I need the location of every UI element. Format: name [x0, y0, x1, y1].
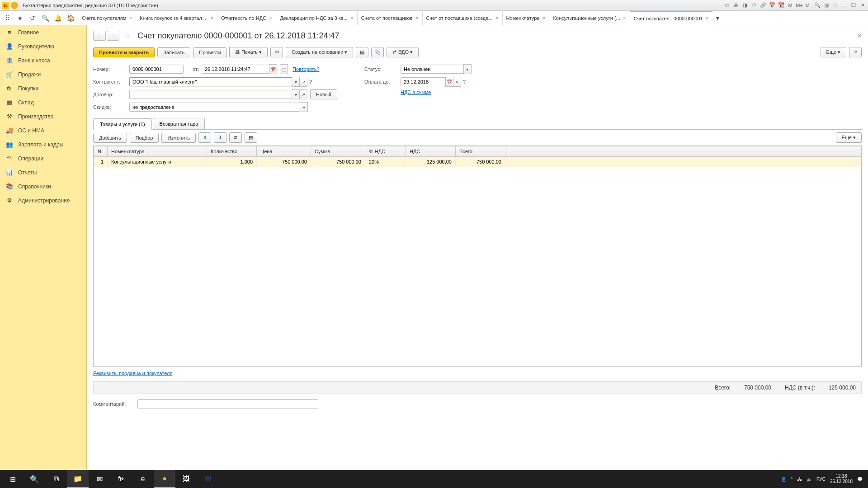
mail-button[interactable]: ✉	[270, 47, 283, 57]
move-up-button[interactable]: ⬆	[198, 132, 211, 143]
sidebar-item-bank[interactable]: 🏦Банк и касса	[0, 53, 86, 67]
tb-icon-link[interactable]: 🔗	[760, 2, 767, 9]
close-icon[interactable]: ×	[706, 15, 709, 22]
search-taskbar-icon[interactable]: 🔍	[24, 470, 45, 488]
table-row[interactable]: 1 Консультационные услуги 1,000 750 000,…	[94, 157, 861, 167]
tab-5[interactable]: Счет от поставщика (созда...×	[422, 11, 502, 25]
col-vat[interactable]: НДС	[406, 146, 456, 157]
more-button[interactable]: Еще ▾	[821, 47, 846, 57]
tab-7[interactable]: Консультационные услуги (...×	[549, 11, 629, 25]
paste-button[interactable]: ▤	[245, 132, 257, 143]
sidebar-item-hr[interactable]: 👥Зарплата и кадры	[0, 137, 86, 151]
tb-icon-m2[interactable]: M+	[796, 2, 803, 9]
close-icon[interactable]: ×	[415, 15, 419, 21]
clear-icon[interactable]: ×	[453, 77, 461, 87]
close-document-button[interactable]: ×	[857, 31, 862, 41]
tb-icon-print[interactable]: 🖶	[732, 2, 740, 9]
tab-3[interactable]: Декларация по НДС за 3 кв...×	[276, 11, 357, 25]
tb-icon-cal[interactable]: 📅	[769, 2, 776, 9]
sidebar-item-operations[interactable]: ᴬᵏОперации	[0, 151, 86, 165]
tb-icon-zoom[interactable]: 🔍	[814, 2, 821, 9]
dropdown-icon[interactable]: ▾	[300, 102, 308, 112]
tb-icon-refresh[interactable]: ⟳	[750, 2, 758, 9]
star-icon[interactable]: ★	[14, 13, 25, 23]
repeat-icon[interactable]: ▢	[280, 64, 288, 74]
mail-app-icon[interactable]: ✉	[89, 470, 110, 488]
sidebar-item-manager[interactable]: 👤Руководителю	[0, 39, 86, 53]
history-icon[interactable]: ↺	[27, 13, 38, 23]
close-icon[interactable]: ×	[269, 15, 272, 21]
sidebar-item-purchases[interactable]: 🛍Покупки	[0, 81, 86, 95]
tb-icon-compare[interactable]: ◨	[741, 2, 749, 9]
post-and-close-button[interactable]: Провести и закрыть	[93, 47, 155, 57]
col-n[interactable]: N	[94, 146, 108, 157]
dropdown-icon[interactable]: ▾	[463, 64, 472, 74]
date-input[interactable]	[202, 65, 269, 74]
sidebar-item-reports[interactable]: 📊Отчеты	[0, 165, 86, 179]
create-based-button[interactable]: Создать на основании ▾	[286, 47, 353, 57]
print-button[interactable]: 🖶 Печать ▾	[229, 47, 268, 57]
number-input[interactable]	[129, 65, 184, 74]
help-button[interactable]: ?	[849, 47, 862, 57]
post-button[interactable]: Провести	[193, 47, 227, 57]
tray-notifications-icon[interactable]: 💬	[857, 477, 863, 482]
contract-input[interactable]	[129, 90, 292, 99]
dropdown-icon[interactable]: ▾	[292, 77, 300, 87]
tb-icon-info[interactable]: ⓘ	[832, 2, 839, 9]
move-down-button[interactable]: ⬇	[214, 132, 226, 143]
tray-clock[interactable]: 12:18 26.12.2018	[830, 474, 853, 484]
window-maximize[interactable]: ❐	[850, 2, 857, 9]
pick-button[interactable]: Подбор	[130, 133, 159, 143]
help-icon[interactable]: ?	[463, 79, 466, 84]
close-icon[interactable]: ×	[623, 15, 626, 21]
explorer-icon[interactable]: 📁	[67, 470, 89, 488]
tab-2[interactable]: Отчетность по НДС×	[217, 11, 276, 25]
tb-icon-calc[interactable]: ▭	[723, 2, 731, 9]
col-vat-pct[interactable]: % НДС	[365, 146, 406, 157]
nav-forward-button[interactable]: →	[107, 31, 119, 41]
sidebar-item-production[interactable]: ⚒Производство	[0, 109, 86, 123]
new-contract-button[interactable]: Новый	[310, 89, 337, 99]
col-qty[interactable]: Количество	[207, 146, 257, 157]
window-minimize[interactable]: —	[841, 2, 848, 9]
col-nomenclature[interactable]: Номенклатура	[108, 146, 207, 157]
edo-button[interactable]: ⇄ ЭДО ▾	[387, 47, 419, 57]
home-icon[interactable]: 🏠	[65, 13, 76, 23]
apps-icon[interactable]: ⠿	[2, 13, 13, 23]
vat-in-sum-link[interactable]: НДС в сумме	[401, 89, 431, 95]
tray-lang[interactable]: РУС	[816, 477, 826, 482]
save-button[interactable]: Записать	[157, 47, 190, 57]
store-icon[interactable]: 🛍	[110, 470, 132, 488]
sidebar-item-references[interactable]: 📚Справочники	[0, 179, 86, 193]
edit-row-button[interactable]: Изменить	[161, 133, 196, 143]
attach-button[interactable]: 📎	[371, 47, 384, 57]
open-icon[interactable]: ↗	[299, 89, 307, 99]
open-icon[interactable]: ↗	[299, 77, 307, 87]
tab-4[interactable]: Счета от поставщиков×	[357, 11, 422, 25]
close-icon[interactable]: ×	[542, 15, 545, 21]
register-button[interactable]: ▤	[356, 47, 368, 57]
sidebar-item-main[interactable]: ≡Главное	[0, 25, 86, 39]
col-total[interactable]: Всего	[456, 146, 505, 157]
col-sum[interactable]: Сумма	[311, 146, 365, 157]
help-icon[interactable]: ?	[309, 79, 312, 84]
tab-1[interactable]: Книга покупок за 4 квартал ...×	[136, 11, 217, 25]
add-row-button[interactable]: Добавить	[93, 133, 127, 143]
start-button[interactable]: ⊞	[2, 470, 24, 488]
close-icon[interactable]: ×	[129, 15, 132, 21]
tab-6[interactable]: Номенклатура×	[502, 11, 549, 25]
search-icon[interactable]: 🔍	[40, 13, 51, 23]
photos-icon[interactable]: 🖼	[175, 470, 197, 488]
discount-input[interactable]	[129, 103, 300, 112]
tab-0[interactable]: Счета покупателям×	[78, 11, 136, 25]
taskview-icon[interactable]: ⧉	[45, 470, 67, 488]
tab-8[interactable]: Счет покупател...0000-000001×	[630, 11, 712, 25]
col-price[interactable]: Цена	[257, 146, 311, 157]
close-icon[interactable]: ×	[350, 15, 354, 21]
tb-icon-cal2[interactable]: 📆	[778, 2, 785, 9]
tray-volume-icon[interactable]: 🔈	[807, 477, 812, 482]
tb-icon-m3[interactable]: M-	[805, 2, 812, 9]
tray-up-icon[interactable]: ˄	[791, 477, 793, 482]
sidebar-item-sales[interactable]: 🛒Продажи	[0, 67, 86, 81]
bell-icon[interactable]: 🔔	[52, 13, 63, 23]
